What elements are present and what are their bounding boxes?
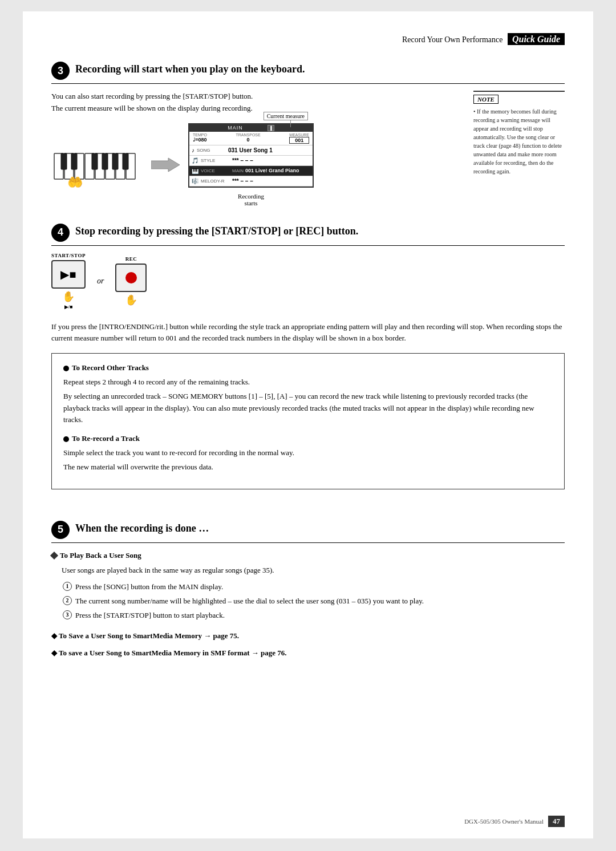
melody-icon: 🎼 bbox=[192, 178, 198, 184]
step3-header: 3 Recording will start when you play on … bbox=[51, 62, 565, 84]
info-box-text2-2: The new material will overwrite the prev… bbox=[63, 461, 553, 473]
step3-illustration: 🤲 Current measure bbox=[51, 123, 462, 206]
step3-number: 3 bbox=[51, 62, 70, 80]
info-box-item1: To Record Other Tracks Repeat steps 2 th… bbox=[63, 362, 553, 426]
svg-marker-15 bbox=[151, 158, 180, 172]
display-style-row: 🎵 STYLE *** – – – bbox=[189, 156, 313, 166]
step5-numbered-list: 1 Press the [SONG] button from the MAIN … bbox=[63, 581, 565, 621]
svg-rect-9 bbox=[71, 153, 77, 169]
note-box: NOTE • If the memory becomes full during… bbox=[473, 91, 565, 176]
info-box-text1-1: Repeat steps 2 through 4 to record any o… bbox=[63, 376, 553, 388]
step5-title: When the recording is done … bbox=[75, 521, 209, 535]
header-quickguide: Quick Guide bbox=[508, 33, 565, 45]
rec-button-block: REC ✋ bbox=[115, 256, 147, 306]
page-footer: DGX-505/305 Owner's Manual 47 bbox=[464, 816, 565, 827]
display-illustration: Current measure MAIN ▐ TEMP bbox=[188, 123, 314, 206]
page-header: Record Your Own Performance Quick Guide bbox=[51, 34, 565, 47]
step3-main: You can also start recording by pressing… bbox=[51, 91, 462, 206]
step5-playback: To Play Back a User Song User songs are … bbox=[51, 550, 565, 622]
svg-rect-10 bbox=[92, 153, 98, 169]
start-stop-hw-button[interactable]: ▶■ bbox=[51, 260, 86, 289]
step5-link1: ◆ To Save a User Song to SmartMedia Memo… bbox=[51, 630, 565, 642]
display-voice-row: 🎹 VOICE MAIN 001 Live! Grand Piano bbox=[189, 166, 313, 176]
display-song-row: ♪ SONG 031 User Song 1 bbox=[189, 145, 313, 156]
info-box-item2: To Re-record a Track Simple select the t… bbox=[63, 433, 553, 473]
display-melody-row: 🎼 MELODY-R *** – – – bbox=[189, 176, 313, 187]
step4-number: 4 bbox=[51, 224, 70, 242]
info-box: To Record Other Tracks Repeat steps 2 th… bbox=[51, 353, 565, 489]
display-screen: MAIN ▐ TEMPO ♩=080 TRANSPOSE bbox=[188, 123, 314, 188]
svg-rect-8 bbox=[61, 153, 67, 169]
step5-number: 5 bbox=[51, 521, 70, 539]
hand-icon-start: ✋ bbox=[62, 290, 75, 303]
step5-section: 5 When the recording is done … To Play B… bbox=[51, 521, 565, 660]
svg-rect-11 bbox=[102, 153, 108, 169]
or-label: or bbox=[97, 277, 104, 286]
rec-label: REC bbox=[125, 256, 137, 262]
current-measure-label: Current measure bbox=[264, 112, 308, 120]
info-box-title2: To Re-record a Track bbox=[63, 433, 553, 445]
num-2: 2 bbox=[63, 596, 72, 605]
step5-playback-title: To Play Back a User Song bbox=[51, 550, 565, 562]
num-3: 3 bbox=[63, 610, 72, 619]
start-stop-label: START/STOP bbox=[51, 253, 86, 258]
voice-icon: 🎹 bbox=[192, 168, 198, 174]
footer-manual: DGX-505/305 Owner's Manual bbox=[464, 818, 544, 825]
step5-step3-text: Press the [START/STOP] button to start p… bbox=[75, 610, 225, 622]
style-icon: 🎵 bbox=[192, 157, 198, 164]
step5-step1-text: Press the [SONG] button from the MAIN di… bbox=[75, 581, 223, 593]
page-number: 47 bbox=[548, 816, 565, 827]
step5-content: To Play Back a User Song User songs are … bbox=[51, 550, 565, 660]
step3-text: You can also start recording by pressing… bbox=[51, 91, 462, 115]
svg-text:🤲: 🤲 bbox=[67, 175, 83, 188]
bullet-icon-2 bbox=[63, 436, 69, 442]
bullet-icon-1 bbox=[63, 366, 69, 371]
step3-title: Recording will start when you play on th… bbox=[75, 62, 305, 76]
step5-step1: 1 Press the [SONG] button from the MAIN … bbox=[63, 581, 565, 593]
svg-rect-12 bbox=[112, 153, 118, 169]
step3-content: You can also start recording by pressing… bbox=[51, 91, 565, 206]
step5-playback-text: User songs are played back in the same w… bbox=[62, 565, 565, 577]
arrow-right-icon bbox=[151, 156, 180, 173]
hand-icon-rec: ✋ bbox=[125, 294, 137, 306]
recording-starts-label: Recordingstarts bbox=[238, 193, 264, 206]
step4-para: If you press the [INTRO/ENDING/rit.] but… bbox=[51, 321, 565, 345]
display-tempo-row: TEMPO ♩=080 TRANSPOSE 0 MEASURE bbox=[189, 132, 313, 145]
note-title: NOTE bbox=[473, 95, 499, 104]
step5-step2: 2 The current song number/name will be h… bbox=[63, 595, 565, 607]
header-title: Record Your Own Performance bbox=[402, 35, 503, 44]
start-stop-sub: ▶/■ bbox=[64, 304, 73, 310]
step5-step2-text: The current song number/name will be hig… bbox=[75, 595, 424, 607]
step4-header: 4 Stop recording by pressing the [START/… bbox=[51, 224, 565, 246]
rec-circle-icon bbox=[125, 272, 137, 283]
diamond-icon-1 bbox=[50, 552, 58, 560]
info-box-text2-1: Simple select the track you want to re-r… bbox=[63, 447, 553, 459]
step5-header: 5 When the recording is done … bbox=[51, 521, 565, 543]
step5-link2: ◆ To save a User Song to SmartMedia Memo… bbox=[51, 647, 565, 659]
info-box-text1-2: By selecting an unrecorded track – SONG … bbox=[63, 391, 553, 426]
step4-content: START/STOP ▶■ ✋ ▶/■ or REC ✋ If yo bbox=[51, 253, 565, 504]
rec-hw-button[interactable] bbox=[115, 264, 147, 292]
start-stop-button-block: START/STOP ▶■ ✋ ▶/■ bbox=[51, 253, 86, 310]
info-box-title1: To Record Other Tracks bbox=[63, 362, 553, 374]
buttons-illustration: START/STOP ▶■ ✋ ▶/■ or REC ✋ bbox=[51, 253, 565, 310]
step4-section: 4 Stop recording by pressing the [START/… bbox=[51, 224, 565, 504]
svg-rect-13 bbox=[123, 153, 128, 169]
keyboard-illustration: 🤲 bbox=[51, 142, 143, 188]
step5-step3: 3 Press the [START/STOP] button to start… bbox=[63, 610, 565, 622]
step4-title: Stop recording by pressing the [START/ST… bbox=[75, 224, 358, 238]
num-1: 1 bbox=[63, 582, 72, 591]
note-text: • If the memory becomes full during reco… bbox=[473, 107, 565, 176]
song-icon: ♪ bbox=[192, 147, 194, 153]
step3-section: 3 Recording will start when you play on … bbox=[51, 62, 565, 206]
